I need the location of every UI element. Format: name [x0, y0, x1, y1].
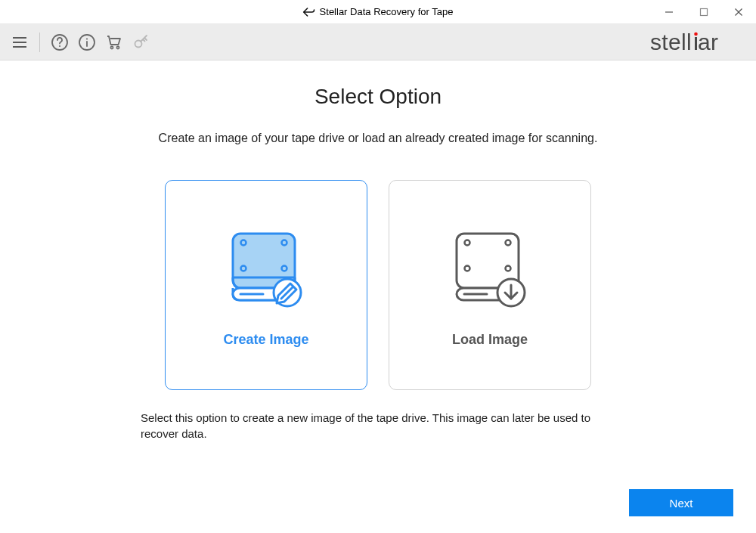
drive-download-icon	[445, 223, 535, 314]
svg-text:stell: stell	[650, 29, 692, 54]
brand-logo: stell ar	[650, 29, 747, 56]
svg-point-8	[59, 45, 60, 46]
next-button[interactable]: Next	[629, 489, 733, 516]
window-title: Stellar Data Recovery for Tape	[320, 6, 454, 17]
info-icon[interactable]	[76, 29, 98, 56]
footer-bar: Next	[629, 489, 733, 516]
minimize-button[interactable]	[652, 0, 686, 24]
back-arrow-icon	[303, 7, 315, 17]
svg-text:ar: ar	[698, 29, 718, 54]
option-create-image[interactable]: Create Image	[165, 180, 367, 390]
drive-edit-icon	[221, 223, 311, 314]
help-icon[interactable]	[49, 29, 70, 56]
toolbar: stell ar	[0, 24, 756, 60]
toolbar-separator	[39, 33, 40, 52]
menu-icon[interactable]	[9, 29, 30, 56]
window-controls	[652, 0, 756, 24]
page-subtitle: Create an image of your tape drive or lo…	[30, 132, 726, 145]
option-load-image[interactable]: Load Image	[389, 180, 591, 390]
svg-point-17	[694, 32, 698, 36]
option-group: Create Image Load Image	[30, 180, 726, 390]
cart-icon[interactable]	[104, 29, 125, 56]
svg-point-12	[110, 46, 113, 48]
svg-rect-1	[701, 9, 708, 16]
key-icon[interactable]	[131, 29, 152, 56]
page-title: Select Option	[30, 85, 726, 109]
option-load-label: Load Image	[452, 332, 528, 348]
hint-text: Select this option to create a new image…	[136, 410, 620, 442]
titlebar: Stellar Data Recovery for Tape	[0, 0, 756, 24]
close-button[interactable]	[721, 0, 756, 24]
svg-point-13	[116, 46, 119, 48]
content-area: Select Option Create an image of your ta…	[0, 60, 756, 442]
titlebar-center: Stellar Data Recovery for Tape	[303, 6, 454, 17]
option-create-label: Create Image	[223, 332, 308, 348]
svg-rect-18	[695, 37, 697, 50]
maximize-button[interactable]	[686, 0, 721, 24]
svg-point-10	[86, 38, 88, 39]
